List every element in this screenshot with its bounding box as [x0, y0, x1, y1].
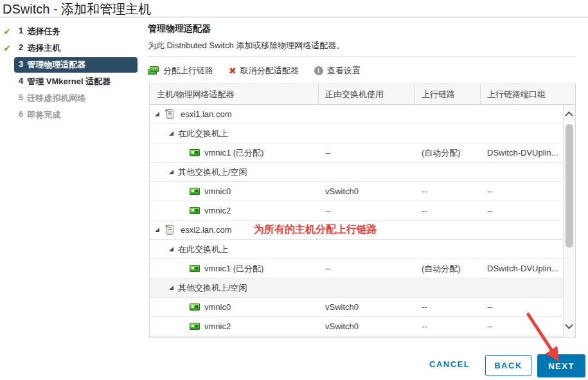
scroll-up-icon[interactable]	[565, 111, 573, 120]
nic-name: vmnic2	[204, 206, 231, 215]
vertical-scrollbar[interactable]	[563, 105, 575, 338]
table-row-group-on-this-switch[interactable]: 在此交换机上	[150, 240, 563, 259]
in-use-by-value: vSwitch0	[319, 302, 415, 312]
uplink-port-group-value: --	[481, 321, 563, 331]
col-header-in-use-by[interactable]: 正由交换机使用	[319, 84, 415, 104]
unassign-adapter-button[interactable]: ✖ 取消分配适配器	[229, 65, 299, 77]
col-header-host-adapter[interactable]: 主机/物理网络适配器	[150, 84, 319, 104]
nic-name: vmnic1 (已分配)	[204, 147, 263, 159]
step-ready-to-complete: 6即将完成	[0, 107, 147, 123]
view-settings-label: 查看设置	[327, 65, 361, 77]
pane-heading: 管理物理适配器	[148, 23, 211, 35]
nic-icon	[190, 207, 200, 214]
step-number: 5	[19, 93, 23, 104]
pane-divider	[148, 57, 576, 57]
step-migrate-vm-networking: 5迁移虚拟机网络	[0, 90, 147, 106]
in-use-by-value: vSwitch0	[319, 186, 415, 196]
check-icon: ✔	[0, 26, 14, 37]
step-label: 选择主机	[27, 42, 60, 54]
physical-adapters-table: 主机/物理网络适配器 正由交换机使用 上行链路 上行链路端口组 +esxi1.l…	[149, 84, 576, 338]
col-header-uplink[interactable]: 上行链路	[415, 84, 481, 104]
uplink-value: (自动分配)	[415, 263, 481, 275]
nic-name: vmnic1 (已分配)	[204, 263, 263, 275]
in-use-by-value: --	[319, 264, 415, 273]
host-icon: +	[166, 225, 174, 235]
table-row-vmnic1-esxi1[interactable]: vmnic1 (已分配) -- (自动分配) DSwitch-DVUplin..…	[150, 143, 563, 163]
table-row-vmnic1-esxi2[interactable]: vmnic1 (已分配) -- (自动分配) DSwitch-DVUplin..…	[150, 259, 563, 278]
pane-description: 为此 Distributed Switch 添加或移除物理网络适配器。	[148, 40, 344, 51]
expand-triangle-icon[interactable]	[169, 285, 174, 290]
expand-triangle-icon[interactable]	[155, 112, 159, 116]
table-row-vmnic0-esxi2[interactable]: vmnic0 vSwitch0 -- --	[150, 298, 563, 317]
group-label: 在此交换机上	[178, 128, 228, 140]
group-label: 在此交换机上	[178, 244, 228, 255]
step-number: 3	[19, 59, 23, 71]
expand-triangle-icon[interactable]	[155, 228, 159, 232]
nic-icon	[190, 323, 200, 330]
table-row-vmnic0-esxi1[interactable]: vmnic0 vSwitch0 -- --	[150, 182, 563, 201]
assign-uplink-button[interactable]: 分配上行链路	[148, 65, 213, 77]
expand-triangle-icon[interactable]	[169, 131, 174, 136]
step-number: 4	[19, 76, 23, 87]
annotation-uplink-note: 为所有的主机分配上行链路	[254, 223, 377, 237]
nic-icon	[190, 149, 200, 156]
table-body: +esxi1.lan.com 在此交换机上 vmnic1 (已分配) -- (自…	[150, 105, 563, 338]
table-row-group-on-this-switch[interactable]: 在此交换机上	[150, 124, 563, 143]
nic-icon	[190, 265, 200, 272]
uplink-value: --	[415, 321, 481, 331]
step-select-task[interactable]: ✔ 1选择任务	[0, 23, 147, 39]
table-row-group-other-switches[interactable]: 其他交换机上/空闲	[150, 278, 563, 298]
step-label: 管理 VMkernel 适配器	[27, 76, 111, 87]
host-name: esxi1.lan.com	[181, 109, 231, 119]
scrollbar-thumb[interactable]	[566, 124, 573, 248]
host-icon: +	[166, 109, 174, 119]
col-header-uplink-port-group[interactable]: 上行链路端口组	[481, 84, 575, 104]
scroll-down-icon[interactable]	[565, 321, 573, 329]
in-use-by-value: --	[319, 206, 415, 215]
step-label: 选择任务	[27, 26, 60, 37]
table-row-host-esxi1[interactable]: +esxi1.lan.com	[150, 105, 563, 124]
assign-uplink-icon	[148, 66, 159, 75]
expand-triangle-icon[interactable]	[169, 247, 174, 251]
step-manage-vmkernel-adapters[interactable]: 4管理 VMkernel 适配器	[0, 73, 147, 89]
uplink-value: (自动分配)	[415, 147, 481, 159]
uplink-port-group-value: DSwitch-DVUplin...	[481, 148, 563, 158]
step-number: 1	[19, 26, 23, 37]
uplink-port-group-value: --	[481, 302, 563, 312]
next-button[interactable]: NEXT	[537, 354, 585, 377]
title-divider	[0, 17, 588, 17]
step-select-hosts[interactable]: ✔ 2选择主机	[0, 40, 147, 56]
step-manage-physical-adapters[interactable]: 3管理物理适配器	[0, 57, 147, 73]
uplink-value: --	[415, 206, 481, 215]
cancel-button[interactable]: CANCEL	[429, 359, 470, 369]
step-label: 管理物理适配器	[27, 59, 85, 71]
nic-name: vmnic0	[204, 186, 231, 196]
in-use-by-value: --	[319, 148, 415, 158]
back-button[interactable]: BACK	[485, 355, 531, 376]
red-x-icon: ✖	[229, 66, 236, 76]
wizard-steps-sidebar: ✔ 1选择任务 ✔ 2选择主机 3管理物理适配器 4管理 VMkernel 适配…	[0, 23, 147, 123]
clipped-row	[150, 336, 563, 338]
table-row-group-other-switches[interactable]: 其他交换机上/空闲	[150, 163, 563, 182]
check-icon: ✔	[0, 43, 14, 53]
uplink-port-group-value: DSwitch-DVUplin...	[481, 264, 563, 273]
nic-icon	[190, 188, 200, 195]
unassign-adapter-label: 取消分配适配器	[240, 65, 299, 77]
view-settings-button[interactable]: i 查看设置	[314, 65, 361, 77]
uplink-port-group-value: --	[481, 206, 563, 215]
uplink-port-group-value: --	[481, 186, 563, 196]
expand-triangle-icon[interactable]	[169, 170, 174, 174]
adapter-toolbar: 分配上行链路 ✖ 取消分配适配器 i 查看设置	[148, 64, 361, 78]
group-label: 其他交换机上/空闲	[178, 167, 247, 178]
in-use-by-value: vSwitch0	[319, 321, 415, 331]
uplink-value: --	[415, 186, 481, 196]
assign-uplink-label: 分配上行链路	[163, 65, 213, 77]
group-label: 其他交换机上/空闲	[178, 282, 247, 294]
info-icon: i	[314, 66, 323, 75]
page-title: DSwitch - 添加和管理主机	[3, 1, 151, 18]
nic-icon	[190, 303, 200, 311]
table-row-vmnic2-esxi1[interactable]: vmnic2 -- -- --	[150, 201, 563, 221]
step-label: 即将完成	[27, 109, 60, 121]
table-row-vmnic2-esxi2[interactable]: vmnic2 vSwitch0 -- --	[150, 317, 563, 336]
step-number: 6	[19, 109, 23, 121]
